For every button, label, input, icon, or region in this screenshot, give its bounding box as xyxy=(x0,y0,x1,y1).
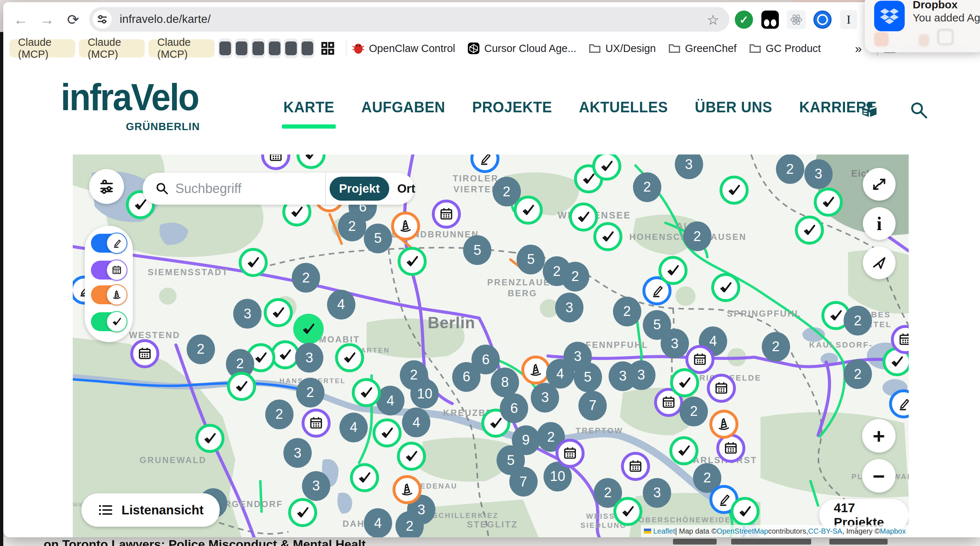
collapsed-tab-group[interactable] xyxy=(218,38,232,58)
check-marker[interactable] xyxy=(613,497,643,526)
nav-item-aktuelles[interactable]: AKTUELLES xyxy=(579,98,668,116)
site-settings-icon[interactable] xyxy=(93,10,112,29)
nav-item-karte[interactable]: KARTE xyxy=(283,98,334,116)
zoom-out-button[interactable]: − xyxy=(862,459,896,492)
cluster-marker[interactable]: 4 xyxy=(364,508,392,537)
calendar-marker[interactable] xyxy=(555,439,585,468)
nav-item-aufgaben[interactable]: AUFGABEN xyxy=(361,98,445,116)
cluster-marker[interactable]: 2 xyxy=(679,397,708,426)
serif-i-extension-icon[interactable]: I xyxy=(838,10,859,30)
check-marker[interactable] xyxy=(372,418,402,448)
cluster-marker[interactable]: 3 xyxy=(555,293,584,322)
osm-link[interactable]: OpenStreetMap xyxy=(717,527,768,535)
collapsed-tab-group[interactable] xyxy=(267,38,282,58)
check-marker[interactable] xyxy=(569,203,598,232)
cluster-marker[interactable]: 4 xyxy=(327,290,355,319)
calendar-toggle[interactable] xyxy=(91,260,127,279)
cluster-marker[interactable]: 2 xyxy=(292,263,320,293)
cluster-marker[interactable]: 2 xyxy=(613,297,641,327)
cone-marker[interactable] xyxy=(391,211,420,241)
cluster-marker[interactable]: 4 xyxy=(402,408,430,437)
cluster-marker[interactable]: 10 xyxy=(410,379,439,409)
reload-button[interactable]: ⟳ xyxy=(64,10,83,29)
infravelo-logo[interactable]: infraVelo xyxy=(61,76,198,119)
zoom-in-button[interactable]: + xyxy=(862,419,896,452)
check-marker[interactable] xyxy=(195,424,224,453)
calendar-marker[interactable] xyxy=(130,339,159,368)
segment-ort[interactable]: Ort xyxy=(397,182,415,195)
leaflet-link[interactable]: Leaflet xyxy=(653,527,675,535)
cluster-marker[interactable]: 3 xyxy=(563,342,592,371)
cluster-marker[interactable]: 2 xyxy=(561,262,589,292)
cluster-marker[interactable]: 6 xyxy=(500,393,528,423)
bookmark-item[interactable]: Cursor Cloud Age... xyxy=(468,42,576,54)
bookmark-tab-group[interactable]: Claude (MCP) xyxy=(79,39,145,57)
cluster-marker[interactable]: 2 xyxy=(776,154,804,184)
cluster-marker[interactable]: 2 xyxy=(265,400,294,429)
filter-button[interactable] xyxy=(89,169,124,204)
cluster-marker[interactable]: 6 xyxy=(471,344,500,375)
cluster-marker[interactable]: 3 xyxy=(627,360,655,390)
check-marker[interactable] xyxy=(352,378,381,407)
cluster-marker[interactable]: 3 xyxy=(283,438,312,468)
green-check-extension-icon[interactable]: ✓ xyxy=(734,10,754,30)
cluster-marker[interactable]: 2 xyxy=(843,359,872,389)
collapsed-tab-group[interactable] xyxy=(251,38,265,58)
check-marker[interactable] xyxy=(659,256,687,285)
url-text[interactable]: infravelo.de/karte/ xyxy=(120,13,211,26)
license-link[interactable]: CC-BY-SA xyxy=(808,527,842,535)
cluster-marker[interactable]: 2 xyxy=(395,511,424,537)
bookmark-star-icon[interactable]: ☆ xyxy=(707,12,719,28)
check-marker[interactable] xyxy=(239,248,268,277)
back-button[interactable]: ← xyxy=(11,10,30,29)
locate-button[interactable] xyxy=(863,246,896,279)
cluster-marker[interactable]: 3 xyxy=(233,299,262,329)
check-marker[interactable] xyxy=(669,436,698,465)
cluster-marker[interactable]: 2 xyxy=(683,221,711,251)
check-marker[interactable] xyxy=(288,498,317,527)
cluster-marker[interactable]: 3 xyxy=(660,329,689,359)
pencil-toggle[interactable] xyxy=(91,234,127,252)
expand-button[interactable] xyxy=(863,168,896,201)
search-input[interactable] xyxy=(175,181,313,196)
bookmarks-overflow-chevron[interactable]: » xyxy=(855,41,862,56)
cone-marker[interactable] xyxy=(710,410,738,439)
bookmark-tab-group[interactable]: Claude (MCP) xyxy=(10,39,75,57)
nav-item-projekte[interactable]: PROJEKTE xyxy=(472,98,552,116)
cone-toggle[interactable] xyxy=(91,286,127,304)
check-marker[interactable] xyxy=(670,368,699,397)
check-marker[interactable] xyxy=(227,372,256,401)
cluster-marker[interactable]: 3 xyxy=(643,478,671,508)
bookmark-item[interactable]: OpenClaw Control xyxy=(352,42,455,55)
collapsed-tab-group[interactable] xyxy=(235,38,249,58)
nav-item-überuns[interactable]: ÜBER UNS xyxy=(695,98,772,116)
dark-two-dots-extension-icon[interactable] xyxy=(760,10,780,30)
react-extension-icon[interactable] xyxy=(786,10,807,30)
bookmark-tab-group[interactable]: Claude (MCP) xyxy=(148,39,214,57)
cluster-marker[interactable]: 5 xyxy=(517,244,545,275)
segment-projekt[interactable]: Projekt xyxy=(329,177,389,201)
cluster-marker[interactable]: 5 xyxy=(463,235,492,265)
map-canvas[interactable]: SIEMENSSTADTWESTENDMOABITHANSAVIERTELBer… xyxy=(73,154,909,537)
cluster-marker[interactable]: 2 xyxy=(187,335,215,364)
check-marker[interactable] xyxy=(397,442,426,471)
check-marker[interactable] xyxy=(264,298,293,327)
cluster-marker[interactable]: 3 xyxy=(295,343,323,373)
cluster-marker[interactable]: 2 xyxy=(633,172,661,202)
cluster-marker[interactable]: 2 xyxy=(338,211,366,241)
grid-icon[interactable] xyxy=(320,41,335,56)
check-marker[interactable] xyxy=(335,343,364,372)
cluster-marker[interactable]: 7 xyxy=(578,391,607,421)
check-marker[interactable] xyxy=(814,187,843,217)
address-bar[interactable]: infravelo.de/karte/ ☆ xyxy=(89,7,729,32)
check-toggle[interactable] xyxy=(91,312,127,331)
selected-check-marker[interactable] xyxy=(293,314,324,344)
cone-marker[interactable] xyxy=(393,475,422,504)
calendar-marker[interactable] xyxy=(621,452,650,481)
search-icon[interactable] xyxy=(909,100,929,121)
reader-icon[interactable] xyxy=(860,100,879,121)
bookmark-item[interactable]: UX/Design xyxy=(589,43,656,54)
cluster-marker[interactable]: 4 xyxy=(339,413,368,443)
cluster-marker[interactable]: 5 xyxy=(364,224,392,253)
calendar-marker[interactable] xyxy=(707,374,736,403)
